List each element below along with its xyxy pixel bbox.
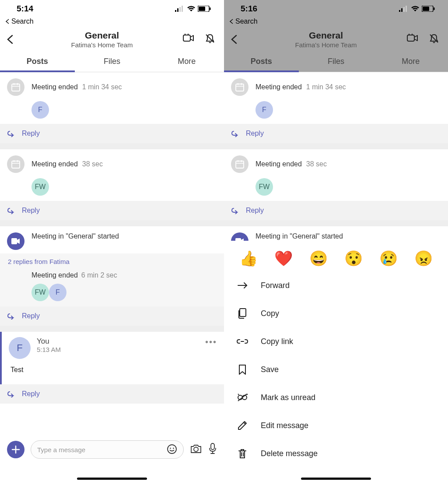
meeting-post[interactable]: Meeting in "General" started: [0, 226, 224, 253]
action-copy-link[interactable]: Copy link: [224, 327, 448, 355]
meeting-post[interactable]: Meeting ended 38 sec FW: [0, 149, 224, 201]
reply-button[interactable]: Reply: [224, 124, 448, 143]
action-edit-message[interactable]: Edit message: [224, 411, 448, 439]
status-time: 5:16: [241, 4, 257, 14]
action-mark-unread[interactable]: Mark as unread: [224, 383, 448, 411]
svg-point-21: [170, 447, 171, 449]
avatar: F: [32, 101, 49, 119]
your-message[interactable]: F You 5:13 AM •••: [0, 332, 224, 364]
svg-rect-38: [236, 161, 244, 168]
left-screenshot: 5:14 Search General Fatima's Home Team P…: [0, 0, 224, 485]
avatar: FW: [32, 178, 49, 196]
avatar: FW: [256, 178, 273, 196]
channel-header: General Fatima's Home Team: [224, 27, 448, 51]
tab-more[interactable]: More: [373, 51, 448, 72]
team-name: Fatima's Home Team: [248, 41, 403, 49]
svg-rect-17: [11, 238, 17, 244]
meeting-post[interactable]: Meeting ended 38 sec FW: [224, 149, 448, 201]
avatar: F: [9, 337, 31, 359]
svg-rect-24: [211, 443, 214, 450]
reply-button[interactable]: Reply: [0, 306, 224, 326]
tab-files[interactable]: Files: [299, 51, 374, 72]
svg-rect-5: [199, 7, 205, 11]
tab-more[interactable]: More: [149, 51, 224, 72]
notifications-off-icon[interactable]: [429, 33, 439, 46]
reaction-surprised[interactable]: 😯: [344, 250, 363, 267]
svg-rect-6: [210, 7, 211, 10]
calendar-icon: [231, 155, 248, 173]
status-icons: [175, 6, 211, 12]
reaction-angry[interactable]: 😠: [414, 250, 433, 267]
reaction-laugh[interactable]: 😄: [309, 250, 328, 267]
nested-meeting: Meeting ended6 min 2 sec: [0, 268, 224, 281]
reaction-like[interactable]: 👍: [239, 250, 258, 267]
home-indicator[interactable]: [301, 478, 371, 480]
right-screenshot: 5:16 Search General Fatima's Home Team P…: [224, 0, 448, 485]
status-bar: 5:16: [224, 0, 448, 18]
wifi-icon: [411, 6, 420, 12]
back-button[interactable]: [6, 34, 21, 45]
reply-button[interactable]: Reply: [0, 201, 224, 220]
message-input[interactable]: Type a message: [31, 440, 184, 459]
signal-icon: [175, 6, 185, 12]
svg-rect-32: [407, 35, 414, 41]
back-to-search[interactable]: Search: [0, 18, 224, 27]
author-name: You: [37, 337, 199, 346]
svg-rect-30: [423, 7, 429, 11]
calendar-icon: [7, 78, 24, 96]
calendar-icon: [7, 155, 24, 173]
reply-button[interactable]: Reply: [0, 124, 224, 143]
home-indicator[interactable]: [77, 478, 147, 480]
emoji-icon[interactable]: [167, 444, 177, 456]
message-more-icon[interactable]: •••: [205, 337, 217, 359]
action-forward[interactable]: Forward: [224, 271, 448, 299]
notifications-off-icon[interactable]: [205, 33, 215, 46]
meeting-duration: 38 sec: [82, 160, 103, 168]
add-attachment-button[interactable]: [7, 441, 24, 458]
svg-rect-31: [434, 7, 435, 10]
svg-rect-26: [401, 8, 402, 12]
team-name: Fatima's Home Team: [24, 41, 179, 49]
video-call-icon[interactable]: [183, 33, 194, 46]
svg-rect-3: [182, 6, 183, 12]
reply-button[interactable]: Reply: [0, 384, 224, 404]
reaction-sad[interactable]: 😢: [379, 250, 398, 267]
back-button[interactable]: [230, 34, 245, 45]
video-calendar-icon: [7, 232, 24, 250]
replies-summary[interactable]: 2 replies from Fatima: [0, 253, 224, 268]
svg-rect-34: [236, 84, 244, 91]
channel-title: General: [24, 30, 179, 41]
avatar: F: [256, 101, 273, 119]
svg-point-22: [173, 447, 174, 449]
tab-posts[interactable]: Posts: [0, 51, 75, 72]
reply-button[interactable]: Reply: [224, 201, 448, 220]
meeting-duration: 1 min 34 sec: [82, 83, 122, 91]
svg-rect-1: [177, 8, 178, 12]
svg-rect-44: [240, 309, 246, 316]
status-icons: [399, 6, 435, 12]
avatar: F: [49, 284, 66, 301]
signal-icon: [399, 6, 409, 12]
channel-tabs: Posts Files More: [224, 51, 448, 72]
back-to-search[interactable]: Search: [224, 18, 448, 27]
meeting-post[interactable]: Meeting ended 1 min 34 sec F: [0, 72, 224, 124]
message-body: Test: [0, 364, 224, 384]
action-copy[interactable]: Copy: [224, 299, 448, 327]
channel-tabs: Posts Files More: [0, 51, 224, 72]
tab-files[interactable]: Files: [75, 51, 150, 72]
video-call-icon[interactable]: [407, 33, 418, 46]
svg-rect-7: [183, 35, 190, 41]
battery-icon: [198, 6, 211, 12]
microphone-icon[interactable]: [208, 443, 217, 457]
svg-rect-28: [406, 6, 407, 12]
action-save[interactable]: Save: [224, 355, 448, 383]
meeting-title: Meeting ended: [32, 160, 78, 168]
calendar-icon: [231, 78, 248, 96]
reaction-heart[interactable]: ❤️: [274, 250, 293, 267]
camera-icon[interactable]: [190, 443, 202, 456]
meeting-post[interactable]: Meeting ended 1 min 34 sec F: [224, 72, 448, 124]
message-action-sheet: 👍 ❤️ 😄 😯 😢 😠 Forward Copy Copy link Save…: [224, 241, 448, 485]
status-time: 5:14: [17, 4, 33, 14]
tab-posts[interactable]: Posts: [224, 51, 299, 72]
action-delete-message[interactable]: Delete message: [224, 439, 448, 467]
